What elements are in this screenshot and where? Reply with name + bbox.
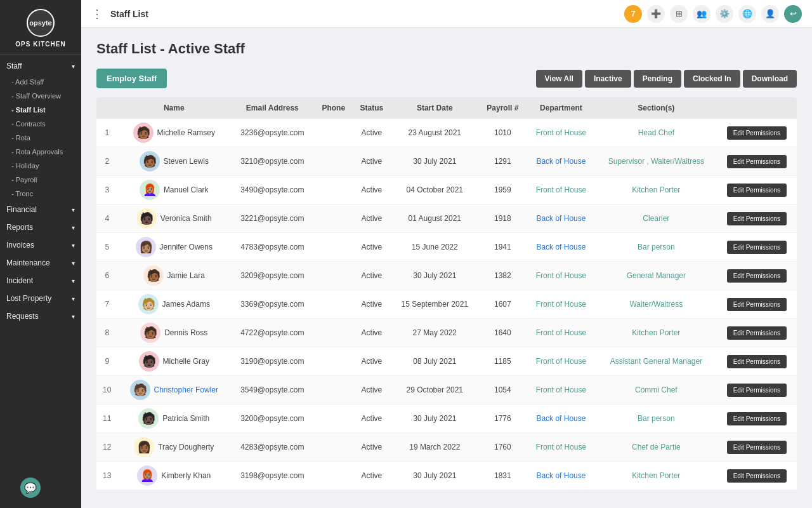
edit-permissions-button[interactable]: Edit Permissions [727,212,787,225]
col-phone: Phone [315,97,353,119]
inactive-button[interactable]: Inactive [585,70,631,88]
nav-section-incident[interactable]: Incident▾ [0,272,81,290]
edit-permissions-button[interactable]: Edit Permissions [727,355,787,368]
row-email: 3549@opsyte.com [230,376,315,404]
row-number: 7 [96,290,118,319]
staff-name[interactable]: Kimberly Khan [161,471,211,480]
edit-permissions-button[interactable]: Edit Permissions [727,326,787,340]
row-section: Kitchen Porter [596,176,717,204]
row-actions: Edit Permissions [717,176,797,204]
edit-permissions-button[interactable]: Edit Permissions [727,155,787,168]
staff-name[interactable]: Dennis Ross [164,328,207,337]
nav-section-lost-property[interactable]: Lost Property▾ [0,290,81,307]
row-start-date: 08 July 2021 [391,347,479,376]
nav-item-stafflist[interactable]: - Staff List [0,103,81,117]
row-phone [315,319,353,347]
download-button[interactable]: Download [743,70,797,88]
clocked-in-button[interactable]: Clocked In [684,70,740,88]
nav-item-addstaff[interactable]: - Add Staff [0,75,81,89]
grid-icon[interactable]: ⊞ [670,5,688,23]
people-icon[interactable]: 👥 [693,5,710,23]
chat-bubble-button[interactable]: 💬 [20,478,41,498]
staff-name[interactable]: James Adams [162,300,210,309]
edit-permissions-button[interactable]: Edit Permissions [727,412,787,425]
row-phone [315,262,353,290]
col-payroll: Payroll # [479,97,527,119]
edit-permissions-button[interactable]: Edit Permissions [727,384,787,397]
row-avatar-name: 👩🏽 Jennifer Owens [118,233,230,262]
row-department: Front of House [527,176,596,204]
row-phone [315,462,353,490]
staff-name[interactable]: Jamie Lara [167,271,205,280]
staff-name[interactable]: Jennifer Owens [160,243,213,251]
table-row: 13 👩🏽‍🦰 Kimberly Khan 3198@opsyte.com Ac… [96,462,797,490]
nav-item-staffoverview[interactable]: - Staff Overview [0,89,81,103]
row-number: 8 [96,319,118,347]
edit-permissions-button[interactable]: Edit Permissions [727,269,787,283]
nav-section-reports[interactable]: Reports▾ [0,218,81,236]
staff-name[interactable]: Veronica Smith [160,214,212,223]
table-row: 10 🧑🏽 Christopher Fowler 3549@opsyte.com… [96,376,797,404]
nav-item-payroll[interactable]: - Payroll [0,173,81,187]
row-department: Front of House [527,319,596,347]
row-actions: Edit Permissions [717,233,797,262]
nav-item-rotaapprovals[interactable]: - Rota Approvals [0,145,81,159]
col-status: Status [353,97,391,119]
nav-item-rota[interactable]: - Rota [0,131,81,145]
table-row: 5 👩🏽 Jennifer Owens 4783@opsyte.com Acti… [96,233,797,262]
nav-item-holiday[interactable]: - Holiday [0,159,81,173]
row-email: 3190@opsyte.com [230,347,315,376]
edit-permissions-button[interactable]: Edit Permissions [727,441,787,454]
table-row: 11 🧑🏿 Patricia Smith 3200@opsyte.com Act… [96,404,797,433]
row-payroll: 1640 [479,319,527,347]
nav-section-requests[interactable]: Requests▾ [0,307,81,325]
edit-permissions-button[interactable]: Edit Permissions [727,126,787,140]
employ-staff-button[interactable]: Employ Staff [96,69,167,88]
nav-item-contracts[interactable]: - Contracts [0,117,81,131]
row-section: General Manager [596,262,717,290]
edit-permissions-button[interactable]: Edit Permissions [727,298,787,311]
row-section: Bar person [596,404,717,433]
row-status: Active [353,233,391,262]
staff-name[interactable]: Christopher Fowler [154,385,218,394]
edit-permissions-button[interactable]: Edit Permissions [727,241,787,254]
row-email: 4283@opsyte.com [230,433,315,462]
globe-icon[interactable]: 🌐 [738,5,756,23]
staff-name[interactable]: Manuel Clark [164,185,209,194]
staff-name[interactable]: Patricia Smith [162,414,209,423]
user-icon[interactable]: 👤 [761,5,779,23]
edit-permissions-button[interactable]: Edit Permissions [727,184,787,197]
row-department: Back of House [527,404,596,433]
row-email: 3209@opsyte.com [230,262,315,290]
edit-permissions-button[interactable]: Edit Permissions [727,469,787,483]
nav-section-maintenance[interactable]: Maintenance▾ [0,254,81,272]
settings-icon[interactable]: ⚙️ [716,5,733,23]
menu-dots-icon[interactable]: ⋮ [91,7,103,21]
row-start-date: 04 October 2021 [391,176,479,204]
topbar-title: Staff List [110,9,619,19]
page-title: Staff List - Active Staff [96,41,797,57]
notification-badge[interactable]: 7 [624,5,642,23]
staff-name[interactable]: Steven Lewis [164,157,209,166]
staff-name[interactable]: Tracy Dougherty [158,443,214,451]
row-payroll: 1185 [479,347,527,376]
add-icon[interactable]: ➕ [647,5,665,23]
row-avatar-name: 🧑🏾 Steven Lewis [118,147,230,176]
row-start-date: 27 May 2022 [391,319,479,347]
nav-item-tronc[interactable]: - Tronc [0,187,81,201]
row-department: Front of House [527,119,596,147]
nav-section-staff[interactable]: Staff▾ [0,57,81,75]
avatar: 🧑🏿 [139,351,159,371]
view-all-button[interactable]: View All [536,70,582,88]
nav-section-financial[interactable]: Financial▾ [0,201,81,218]
table-row: 12 👩🏾 Tracy Dougherty 4283@opsyte.com Ac… [96,433,797,462]
logout-icon[interactable]: ↩ [784,5,802,23]
nav-section-invoices[interactable]: Invoices▾ [0,236,81,254]
pending-button[interactable]: Pending [634,70,681,88]
staff-name[interactable]: Michelle Gray [163,357,209,366]
staff-name[interactable]: Michelle Ramsey [157,128,215,137]
row-email: 3198@opsyte.com [230,462,315,490]
row-actions: Edit Permissions [717,347,797,376]
row-number: 12 [96,433,118,462]
row-avatar-name: 🧑🏾 Jamie Lara [118,262,230,290]
